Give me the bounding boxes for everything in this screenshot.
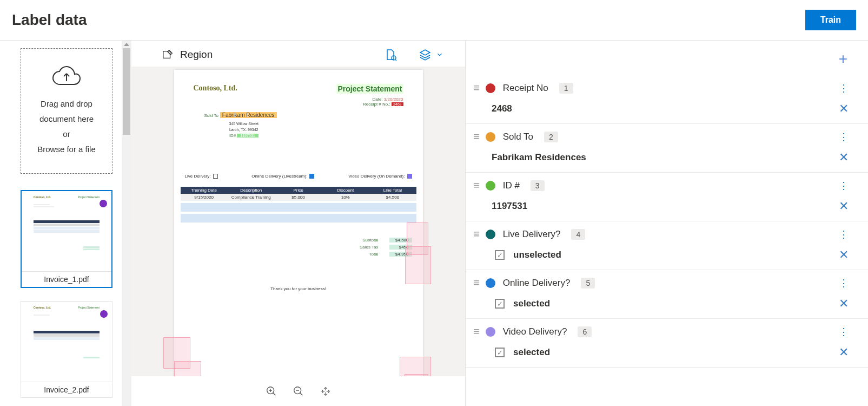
region-button[interactable]: Region bbox=[162, 49, 213, 61]
drag-handle-icon[interactable]: ≡ bbox=[473, 130, 478, 143]
drag-handle-icon[interactable]: ≡ bbox=[473, 277, 478, 289]
checkbox-icon: ✓ bbox=[495, 250, 505, 260]
layers-button[interactable] bbox=[419, 48, 443, 61]
tag-item: ≡Receipt No1⋮2468✕ bbox=[466, 75, 868, 124]
fit-icon[interactable] bbox=[320, 385, 332, 397]
upload-icon bbox=[52, 65, 81, 88]
page-title: Label data bbox=[12, 11, 87, 29]
labels-panel: + ≡Receipt No1⋮2468✕≡Sold To2⋮Fabrikam R… bbox=[465, 41, 868, 406]
checkbox-icon: ✓ bbox=[495, 299, 505, 309]
tag-item: ≡Live Delivery?4⋮✓unselected✕ bbox=[466, 221, 868, 270]
zoom-toolbar bbox=[131, 376, 465, 406]
document-thumb[interactable]: Contoso, Ltd.Project Statement Invoice_1… bbox=[21, 190, 112, 288]
remove-value-button[interactable]: ✕ bbox=[839, 199, 849, 213]
remove-value-button[interactable]: ✕ bbox=[839, 345, 849, 359]
document-toolbar: Region bbox=[131, 41, 465, 67]
region-icon bbox=[162, 49, 174, 61]
tag-menu-button[interactable]: ⋮ bbox=[839, 326, 849, 338]
tag-menu-button[interactable]: ⋮ bbox=[839, 82, 849, 94]
dropzone[interactable]: Drag and drop document here or Browse fo… bbox=[21, 48, 112, 174]
tag-color-dot[interactable] bbox=[486, 230, 495, 239]
tag-item: ≡Sold To2⋮Fabrikam Residences✕ bbox=[466, 124, 868, 173]
remove-value-button[interactable]: ✕ bbox=[839, 248, 849, 262]
tag-item: ≡Video Delivery?6⋮✓selected✕ bbox=[466, 319, 868, 368]
layers-icon bbox=[419, 48, 432, 61]
tag-name[interactable]: Video Delivery? bbox=[503, 326, 567, 337]
tag-value: unselected bbox=[513, 250, 561, 260]
sidebar-scrollbar[interactable] bbox=[122, 41, 131, 406]
drag-handle-icon[interactable]: ≡ bbox=[473, 179, 478, 192]
tag-shortcut-badge: 3 bbox=[531, 180, 545, 191]
tag-name[interactable]: Live Delivery? bbox=[503, 229, 561, 240]
remove-value-button[interactable]: ✕ bbox=[839, 297, 849, 311]
zoom-out-icon[interactable] bbox=[293, 385, 304, 397]
tag-name[interactable]: Sold To bbox=[503, 132, 533, 142]
train-button[interactable]: Train bbox=[805, 10, 856, 30]
tag-shortcut-badge: 4 bbox=[571, 229, 585, 240]
browse-file-link[interactable]: Browse for a file bbox=[37, 142, 96, 157]
tag-menu-button[interactable]: ⋮ bbox=[839, 277, 849, 289]
tag-shortcut-badge: 5 bbox=[581, 278, 595, 289]
dropzone-line2: document here bbox=[39, 112, 94, 127]
page-header: Label data Train bbox=[0, 0, 868, 41]
checkbox-icon: ✓ bbox=[495, 348, 505, 357]
thumb-filename: Invoice_1.pdf bbox=[22, 271, 111, 287]
tag-value: 1197531 bbox=[492, 201, 527, 212]
scroll-thumb[interactable] bbox=[123, 48, 130, 135]
drag-handle-icon[interactable]: ≡ bbox=[473, 228, 478, 240]
drag-handle-icon[interactable]: ≡ bbox=[473, 82, 478, 94]
tag-color-dot[interactable] bbox=[486, 181, 495, 191]
tag-item: ≡Online Delivery?5⋮✓selected✕ bbox=[466, 270, 868, 319]
app-body: Drag and drop document here or Browse fo… bbox=[0, 41, 868, 406]
thumb-preview: Contoso, Ltd.Project Statement bbox=[31, 194, 102, 270]
analyze-icon[interactable] bbox=[384, 48, 397, 61]
document-thumb[interactable]: Contoso, Ltd.Project Statement Invoice_2… bbox=[21, 301, 112, 398]
tag-color-dot[interactable] bbox=[486, 132, 495, 142]
tag-value: selected bbox=[513, 298, 550, 309]
labels-panel-header: + bbox=[466, 41, 868, 75]
tag-menu-button[interactable]: ⋮ bbox=[839, 131, 849, 143]
tag-shortcut-badge: 2 bbox=[544, 132, 558, 142]
remove-value-button[interactable]: ✕ bbox=[839, 150, 849, 165]
doc-statement: Project Statement bbox=[336, 84, 403, 94]
tag-value: Fabrikam Residences bbox=[492, 152, 586, 163]
tag-name[interactable]: Online Delivery? bbox=[503, 278, 571, 289]
doc-totals: Subtotal$4,500 Sales Tax$450 Total$4,950 bbox=[360, 238, 412, 259]
document-canvas[interactable]: Contoso, Ltd. Project Statement Date: 3/… bbox=[131, 67, 465, 406]
tag-menu-button[interactable]: ⋮ bbox=[839, 180, 849, 192]
thumb-filename: Invoice_2.pdf bbox=[21, 382, 112, 397]
scroll-up-icon[interactable] bbox=[124, 43, 129, 46]
doc-table: Training DateDescriptionPriceDiscountLin… bbox=[181, 187, 416, 222]
tag-item: ≡ID #3⋮1197531✕ bbox=[466, 173, 868, 221]
chevron-down-icon bbox=[436, 51, 443, 58]
receipt-value: 2468 bbox=[392, 102, 403, 106]
dropzone-or: or bbox=[63, 127, 70, 142]
tag-name[interactable]: Receipt No bbox=[503, 83, 548, 94]
drag-handle-icon[interactable]: ≡ bbox=[473, 325, 478, 338]
zoom-in-icon[interactable] bbox=[266, 385, 277, 397]
region-label: Region bbox=[180, 49, 213, 61]
document-area: Region Contoso, Ltd. Project Statement D… bbox=[131, 41, 465, 406]
thumb-preview: Contoso, Ltd.Project Statement bbox=[31, 305, 102, 381]
tag-shortcut-badge: 1 bbox=[559, 83, 573, 94]
tag-color-dot[interactable] bbox=[486, 327, 495, 337]
tag-color-dot[interactable] bbox=[486, 83, 495, 93]
dropzone-line1: Drag and drop bbox=[41, 96, 92, 112]
tag-color-dot[interactable] bbox=[486, 278, 495, 288]
add-tag-button[interactable]: + bbox=[839, 50, 847, 68]
tag-value: selected bbox=[513, 347, 550, 358]
soldto-value: Fabrikam Residences bbox=[220, 112, 277, 118]
tag-name[interactable]: ID # bbox=[503, 180, 520, 191]
remove-value-button[interactable]: ✕ bbox=[839, 102, 849, 116]
document-page: Contoso, Ltd. Project Statement Date: 3/… bbox=[174, 70, 423, 406]
id-value: 1197531 bbox=[237, 134, 258, 137]
tag-menu-button[interactable]: ⋮ bbox=[839, 228, 849, 240]
tag-value: 2468 bbox=[492, 103, 512, 114]
document-sidebar: Drag and drop document here or Browse fo… bbox=[0, 41, 122, 406]
tag-shortcut-badge: 6 bbox=[578, 326, 592, 337]
